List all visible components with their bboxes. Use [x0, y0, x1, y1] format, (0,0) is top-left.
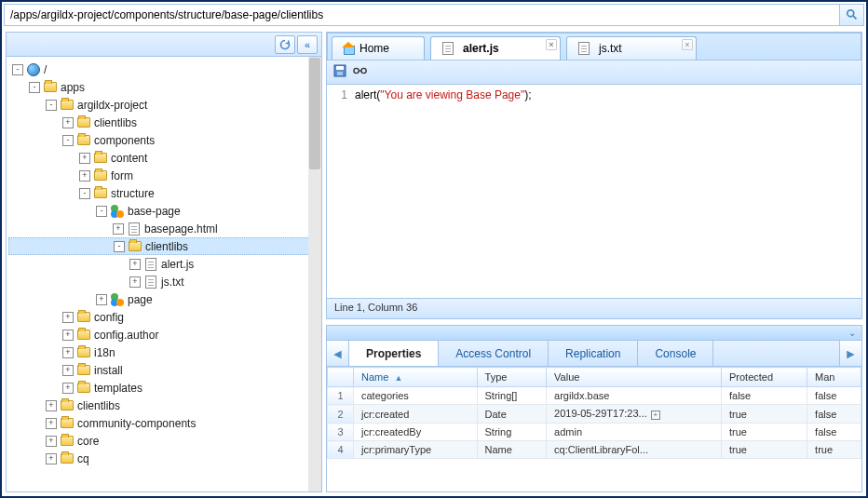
cell-type: String [477, 424, 547, 441]
toggle-icon[interactable]: - [12, 64, 23, 75]
tree-node-clientlibs[interactable]: +clientlibs [8, 114, 319, 131]
cell-mandatory: false [807, 405, 861, 424]
tree-scrollbar[interactable] [308, 57, 321, 491]
toggle-icon[interactable]: + [79, 170, 90, 182]
toggle-icon[interactable]: + [62, 330, 74, 341]
properties-table: Name ▲TypeValueProtectedMan 1categoriesS… [327, 367, 861, 459]
toggle-icon[interactable]: - [46, 100, 57, 111]
tree-node-form[interactable]: +form [8, 167, 319, 184]
close-icon[interactable]: × [546, 39, 557, 50]
toggle-icon[interactable]: + [129, 276, 141, 288]
file-icon [143, 257, 158, 272]
col-type[interactable]: Type [477, 368, 547, 387]
toggle-icon[interactable]: + [46, 418, 57, 429]
col-rownum[interactable] [328, 368, 354, 387]
tree-node-install[interactable]: +install [8, 361, 319, 379]
node-label: clientlibs [77, 399, 120, 412]
tree-node-core[interactable]: +core [8, 432, 319, 450]
toggle-icon[interactable]: + [96, 294, 107, 305]
node-label: apps [61, 81, 85, 94]
cell-name: jcr:createdBy [354, 424, 478, 441]
folder-icon [93, 186, 108, 201]
tree-node-i18n[interactable]: +i18n [8, 343, 319, 361]
close-icon[interactable]: × [682, 39, 693, 50]
find-icon[interactable] [353, 64, 368, 80]
tree-node-content[interactable]: +content [8, 149, 319, 167]
globe-icon [26, 62, 41, 77]
toggle-icon[interactable]: + [62, 383, 74, 394]
repository-tree[interactable]: -/-apps-argildx-project+clientlibs-compo… [7, 57, 321, 471]
tree-node-community-components[interactable]: +community-components [8, 414, 319, 432]
toggle-icon[interactable]: + [62, 117, 74, 128]
col-protected[interactable]: Protected [721, 368, 807, 387]
expand-icon[interactable]: + [651, 411, 660, 420]
code-editor[interactable]: 1 alert("You are viewing Base Page"); [327, 85, 861, 298]
tab-label: Home [359, 42, 389, 55]
toggle-icon[interactable]: + [113, 223, 124, 235]
folder-icon [76, 115, 91, 130]
tree-node--[interactable]: -/ [8, 61, 319, 78]
tree-node-cq[interactable]: +cq [8, 450, 319, 467]
cell-name: jcr:primaryType [354, 441, 478, 459]
col-man[interactable]: Man [807, 368, 861, 387]
tree-node-structure[interactable]: -structure [8, 184, 319, 202]
table-row[interactable]: 2jcr:createdDate2019-05-29T17:23...+true… [328, 405, 861, 424]
toggle-icon[interactable]: - [114, 241, 125, 252]
toggle-icon[interactable]: + [62, 347, 74, 358]
tab-scroll-right[interactable]: ► [839, 341, 861, 366]
tree-node-templates[interactable]: +templates [8, 379, 319, 397]
tree-node-alert-js[interactable]: +alert.js [8, 255, 319, 273]
toggle-icon[interactable]: + [46, 436, 57, 447]
tree-node-page[interactable]: +page [8, 290, 319, 308]
tab-home[interactable]: Home [332, 36, 425, 60]
save-icon[interactable] [332, 63, 347, 81]
toggle-icon[interactable]: - [29, 82, 40, 93]
toggle-icon[interactable]: + [62, 365, 74, 376]
search-button[interactable] [839, 5, 863, 25]
svg-line-1 [852, 16, 856, 20]
prop-tab-access-control[interactable]: Access Control [439, 341, 549, 366]
refresh-button[interactable] [275, 35, 295, 54]
collapse-button[interactable]: « [297, 35, 318, 54]
table-row[interactable]: 4jcr:primaryTypeNamecq:ClientLibraryFol.… [328, 441, 861, 459]
prop-tab-properties[interactable]: Properties [349, 341, 439, 366]
tree-node-apps[interactable]: -apps [8, 78, 319, 96]
table-row[interactable]: 1categoriesString[]argildx.basefalsefals… [328, 387, 861, 405]
col-value[interactable]: Value [547, 368, 722, 387]
toggle-icon[interactable]: + [46, 453, 57, 464]
toggle-icon[interactable]: - [79, 188, 90, 199]
col-name[interactable]: Name ▲ [354, 368, 478, 387]
tree-node-clientlibs[interactable]: +clientlibs [8, 397, 319, 414]
tab-js-txt[interactable]: js.txt× [566, 36, 697, 60]
tree-node-config-author[interactable]: +config.author [8, 326, 319, 343]
node-label: structure [111, 187, 155, 200]
table-row[interactable]: 3jcr:createdByStringadmintruefalse [328, 424, 861, 441]
tree-node-basepage-html[interactable]: +basepage.html [8, 220, 319, 237]
path-input[interactable] [5, 5, 839, 25]
prop-tab-console[interactable]: Console [638, 341, 713, 366]
tree-node-components[interactable]: -components [8, 131, 319, 149]
tree-node-config[interactable]: +config [8, 308, 319, 326]
folder-icon [60, 434, 75, 449]
tab-alert-js[interactable]: alert.js× [430, 36, 561, 60]
toggle-icon[interactable]: - [62, 135, 74, 146]
properties-panel: ⌄ ◄ PropertiesAccess ControlReplicationC… [326, 325, 862, 492]
tree-node-argildx-project[interactable]: -argildx-project [8, 96, 319, 114]
editor-status: Line 1, Column 36 [327, 298, 861, 318]
folder-icon [60, 98, 75, 113]
node-label: argildx-project [77, 99, 147, 112]
tree-node-js-txt[interactable]: +js.txt [8, 273, 319, 290]
tab-label: alert.js [463, 42, 499, 55]
prop-tab-replication[interactable]: Replication [549, 341, 638, 366]
toggle-icon[interactable]: + [62, 312, 74, 323]
toggle-icon[interactable]: + [46, 400, 57, 411]
tree-node-base-page[interactable]: -base-page [8, 202, 319, 220]
toggle-icon[interactable]: - [96, 206, 107, 217]
tree-node-clientlibs[interactable]: -clientlibs [8, 237, 319, 255]
toggle-icon[interactable]: + [129, 259, 141, 270]
sort-asc-icon: ▲ [394, 373, 402, 383]
cell-mandatory: false [807, 424, 861, 441]
toggle-icon[interactable]: + [79, 153, 90, 164]
tab-scroll-left[interactable]: ◄ [327, 341, 349, 366]
panel-collapse-bar[interactable]: ⌄ [327, 326, 861, 341]
